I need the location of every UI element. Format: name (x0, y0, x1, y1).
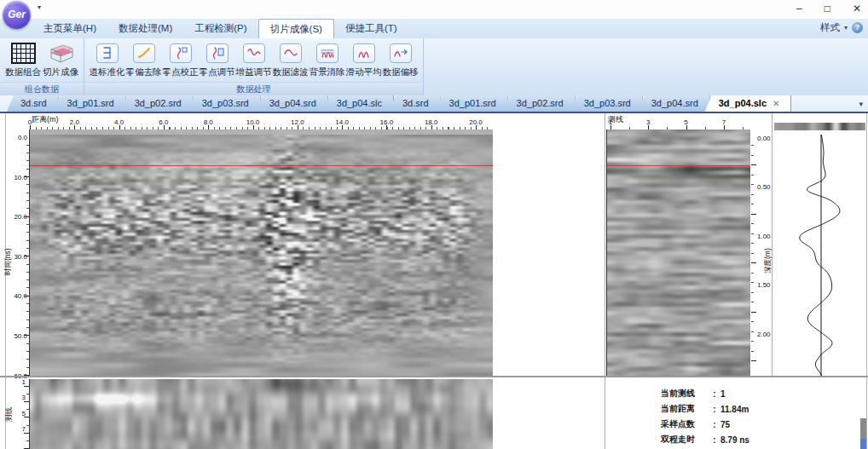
document-tab-7[interactable]: 3d.srd (389, 95, 441, 112)
application-window: Ger ▾ – □ ✕ 主页菜单(H)数据处理(M)工程检测(P)切片成像(S)… (0, 0, 868, 449)
status-value: 8.79 ns (720, 435, 749, 445)
title-bar: Ger ▾ – □ ✕ (0, 0, 868, 19)
gain-adjust-button[interactable]: 增益调节 (235, 41, 272, 78)
cross-time-cursor-line[interactable] (607, 165, 749, 166)
plan-slice-canvas[interactable] (29, 379, 493, 449)
ribbon-tab-row: 主页菜单(H)数据处理(M)工程检测(P)切片成像(S)便捷工具(T) 样式 ▾… (0, 19, 868, 39)
status-label: 当前测线 (661, 388, 709, 400)
plan-y-axis-title: 测线 (4, 407, 14, 422)
ribbon-button-label: 背景消除 (310, 66, 345, 78)
zero-adjust-button[interactable]: 零点调节 (199, 41, 235, 78)
document-tab-label: 3d_p03.srd (202, 98, 249, 108)
main-time-cursor-line[interactable] (30, 165, 493, 166)
data-filter-button[interactable]: 数据滤波 (272, 41, 309, 78)
document-tab-label: 3d_p04.srd (269, 98, 316, 108)
app-logo-button[interactable]: Ger (3, 1, 31, 29)
status-label: 当前距离 (661, 403, 709, 415)
ribbon-button-label: 切片成像 (43, 66, 78, 78)
menu-tab-5[interactable]: 便捷工具(T) (334, 19, 408, 38)
zero-correction-icon (170, 41, 192, 65)
horizontal-splitter[interactable] (0, 376, 868, 377)
axis-tick-label: 1.00 (757, 232, 771, 239)
ribbon-button-label: 零点校正 (163, 66, 199, 78)
tab-close-icon[interactable]: ✕ (773, 95, 779, 112)
document-tab-label: 3d_p03.srd (584, 98, 631, 108)
status-value: 1 (720, 389, 726, 399)
ribbon-button-label: 零点调节 (200, 66, 235, 78)
status-label: 双程走时 (661, 434, 709, 446)
vertical-splitter-2[interactable] (772, 113, 773, 376)
close-button[interactable]: ✕ (853, 2, 861, 15)
tab-overflow-button[interactable]: ▾ (859, 100, 863, 108)
background-removal-button[interactable]: 背景消除 (309, 41, 345, 78)
main-bscan-canvas[interactable] (29, 130, 493, 377)
status-panel: 当前测线:1当前距离:11.84m采样点数:75双程走时:8.79 ns (661, 386, 749, 447)
zero-correction-button[interactable]: 零点校正 (162, 41, 199, 78)
style-button[interactable]: 样式 (820, 21, 840, 34)
document-tab-9[interactable]: 3d_p02.srd (503, 95, 576, 112)
document-tab-12[interactable]: 3d_p04.slc✕ (705, 95, 792, 112)
status-row: 双程走时:8.79 ns (661, 432, 749, 447)
document-tab-5[interactable]: 3d_p04.srd (256, 95, 328, 112)
status-separator: : (709, 420, 720, 429)
document-tab-label: 3d_p04.slc (337, 98, 382, 108)
slice-cube-button[interactable]: 切片成像 (42, 41, 79, 78)
menu-tab-3[interactable]: 工程检测(P) (183, 19, 258, 38)
ribbon-button-label: 增益调节 (236, 66, 272, 78)
axis-tick-label: 0.00 (757, 135, 771, 142)
quick-access-arrow-icon[interactable]: ▾ (38, 3, 41, 11)
document-tab-10[interactable]: 3d_p03.srd (570, 95, 643, 112)
menu-tab-4[interactable]: 切片成像(S) (258, 19, 334, 38)
cross-view-canvas[interactable] (606, 130, 750, 377)
right-frame-line (866, 113, 867, 449)
axis-tick-label: 1.50 (757, 281, 771, 289)
trace-waveform-canvas[interactable] (774, 123, 865, 378)
document-tab-1[interactable]: 3d.srd (7, 95, 59, 112)
document-tab-label: 3d.srd (20, 98, 47, 108)
document-tab-label: 3d_p02.srd (517, 98, 564, 108)
ribbon-button-label: 数据组合 (5, 66, 41, 78)
vertical-splitter[interactable] (605, 113, 605, 449)
status-scrollbar-end[interactable] (860, 439, 866, 449)
ribbon-button-label: 滑动平均 (346, 66, 382, 78)
menu-tab-2[interactable]: 数据处理(M) (107, 19, 183, 38)
zero-adjust-icon (206, 41, 229, 65)
status-separator: : (709, 435, 720, 445)
dc-removal-button[interactable]: 零偏去除 (125, 41, 162, 78)
data-filter-icon (280, 41, 302, 65)
slice-cube-icon (45, 41, 76, 65)
moving-average-button[interactable]: 滑动平均 (345, 41, 382, 78)
data-grid-button[interactable]: 数据组合 (4, 41, 42, 78)
style-dropdown-arrow-icon[interactable]: ▾ (844, 24, 848, 32)
document-tab-label: 3d_p04.srd (651, 98, 698, 108)
trace-normalize-button[interactable]: 道标准化 (89, 41, 125, 78)
document-tab-2[interactable]: 3d_p01.srd (54, 95, 126, 112)
main-y-tick-marks (24, 137, 29, 376)
data-migration-button[interactable]: 数据偏移 (382, 41, 419, 78)
status-row: 当前测线:1 (661, 386, 749, 401)
background-removal-icon (316, 41, 339, 65)
minimize-button[interactable]: – (796, 2, 802, 15)
document-tab-6[interactable]: 3d_p04.slc (323, 95, 394, 112)
status-scrollbar-thumb[interactable] (860, 418, 866, 439)
moving-average-icon (353, 41, 375, 65)
status-separator: : (709, 405, 720, 414)
document-tab-3[interactable]: 3d_p02.srd (121, 95, 194, 112)
document-tab-label: 3d.srd (402, 98, 429, 108)
help-icon[interactable]: ? (852, 22, 863, 33)
ribbon-button-label: 道标准化 (90, 66, 125, 78)
data-grid-icon (11, 41, 36, 65)
ribbon-button-label: 零偏去除 (126, 66, 162, 78)
dc-removal-icon (133, 41, 155, 65)
document-tab-11[interactable]: 3d_p04.srd (638, 95, 710, 112)
document-tab-8[interactable]: 3d_p01.srd (436, 95, 508, 112)
axis-tick-label: 0.50 (757, 183, 771, 191)
status-label: 采样点数 (661, 418, 709, 430)
axis-tick-label: 2.00 (757, 330, 771, 337)
document-tab-label: 3d_p01.srd (449, 98, 496, 108)
maximize-button[interactable]: □ (825, 2, 830, 15)
menu-tab-1[interactable]: 主页菜单(H) (32, 19, 107, 38)
trace-normalize-icon (96, 41, 119, 65)
document-tab-4[interactable]: 3d_p03.srd (188, 95, 261, 112)
status-row: 当前距离:11.84m (661, 401, 749, 417)
